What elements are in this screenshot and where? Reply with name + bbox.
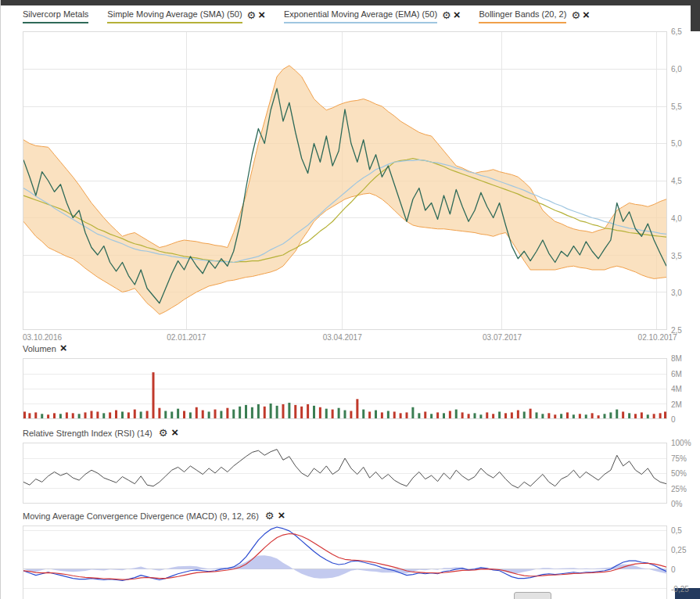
gear-icon[interactable]: ⚙ xyxy=(247,10,257,20)
y-axis-label: 0 xyxy=(671,565,676,574)
y-axis-label: 5,0 xyxy=(671,139,682,148)
y-axis-label: 6M xyxy=(671,370,682,378)
legend-indicator-bollinger[interactable]: Bollinger Bands (20, 2) ⚙ × xyxy=(479,9,589,23)
y-axis-label: 0% xyxy=(671,500,682,508)
y-axis-label: 3,0 xyxy=(671,289,682,297)
gear-icon[interactable]: ⚙ xyxy=(159,428,168,438)
y-axis-label: 4M xyxy=(671,385,682,393)
close-icon[interactable]: × xyxy=(278,509,285,521)
gear-icon[interactable]: ⚙ xyxy=(265,511,275,521)
y-axis-label: 0 xyxy=(671,415,676,424)
partial-button[interactable] xyxy=(514,592,551,599)
rsi-panel-title: Relative Strength Index (RSI) (14) ⚙ × xyxy=(23,429,178,438)
chart-legend: Silvercorp Metals Simple Moving Average … xyxy=(23,9,590,23)
x-axis-label: 03.07.2017 xyxy=(483,333,522,342)
y-axis-label: 4,0 xyxy=(671,214,682,223)
price-chart-plot[interactable] xyxy=(23,31,667,330)
volume-chart-plot[interactable] xyxy=(23,358,667,419)
y-axis-label: 2M xyxy=(671,400,682,409)
close-icon[interactable]: × xyxy=(171,426,178,438)
y-axis-label: 50% xyxy=(671,469,687,478)
stock-chart-screen: Silvercorp Metals Simple Moving Average … xyxy=(0,0,700,599)
close-icon[interactable]: × xyxy=(454,9,461,20)
y-axis-label: 5,5 xyxy=(671,102,682,111)
y-axis-label: 0,5 xyxy=(671,526,682,535)
volume-panel-label: Volumen xyxy=(23,344,56,353)
close-icon[interactable]: × xyxy=(583,9,590,20)
window-top-bar xyxy=(1,0,700,5)
macd-chart-plot[interactable] xyxy=(23,525,667,599)
x-axis-label: 02.10.2017 xyxy=(638,333,677,342)
y-axis-label: 6,5 xyxy=(671,27,682,36)
y-axis-label: -0,25 xyxy=(671,585,689,594)
x-axis-label: 02.01.2017 xyxy=(167,333,206,342)
close-icon[interactable]: × xyxy=(258,9,265,20)
y-axis-label: 4,5 xyxy=(671,177,682,185)
y-axis-label: 100% xyxy=(671,439,691,447)
sma-label: Simple Moving Average (SMA) (50) xyxy=(107,9,242,23)
rsi-panel-label: Relative Strength Index (RSI) (14) xyxy=(23,429,153,438)
macd-panel-label: Moving Average Convergence Divergence (M… xyxy=(23,511,259,521)
legend-symbol[interactable]: Silvercorp Metals xyxy=(23,9,88,23)
y-axis-label: 8M xyxy=(671,354,682,363)
symbol-label: Silvercorp Metals xyxy=(23,9,88,23)
macd-panel-title: Moving Average Convergence Divergence (M… xyxy=(23,511,285,521)
y-axis-label: 25% xyxy=(671,485,687,493)
x-axis-label: 03.04.2017 xyxy=(323,333,362,342)
legend-indicator-sma[interactable]: Simple Moving Average (SMA) (50) ⚙ × xyxy=(107,9,265,23)
gear-icon[interactable]: ⚙ xyxy=(571,10,580,20)
window-top-corner xyxy=(691,0,700,31)
bollinger-label: Bollinger Bands (20, 2) xyxy=(479,9,566,23)
y-axis-label: 75% xyxy=(671,454,687,463)
ema-label: Exponential Moving Average (EMA) (50) xyxy=(284,9,437,23)
y-axis-label: 3,5 xyxy=(671,252,682,260)
vol-panel-title: Volumen × xyxy=(23,344,67,353)
close-icon[interactable]: × xyxy=(60,342,67,353)
y-axis-label: 6,0 xyxy=(671,65,682,74)
legend-indicator-ema[interactable]: Exponential Moving Average (EMA) (50) ⚙ … xyxy=(284,9,460,23)
y-axis-label: 0,25 xyxy=(671,546,686,554)
gear-icon[interactable]: ⚙ xyxy=(442,10,451,20)
rsi-chart-plot[interactable] xyxy=(23,443,667,504)
x-axis-label: 03.10.2016 xyxy=(23,333,62,342)
